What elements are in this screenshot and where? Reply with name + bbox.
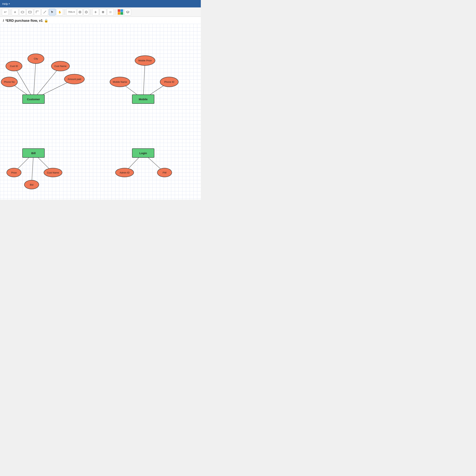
ellipse-tool-button[interactable] — [19, 9, 26, 16]
grid-hash-button[interactable] — [100, 9, 106, 16]
text-tool-button[interactable]: A — [12, 9, 18, 16]
attribute-bid[interactable]: Bid — [24, 180, 39, 189]
menu-bar: Help ▾ — [0, 0, 201, 7]
entity-mobile[interactable]: Mobile — [132, 94, 154, 104]
svg-rect-18 — [110, 12, 110, 12]
svg-line-25 — [34, 59, 36, 99]
toolbar-sep-4 — [115, 9, 116, 15]
toolbar-sep-2 — [65, 9, 65, 15]
connector-tool-button[interactable] — [34, 9, 41, 16]
attribute-city[interactable]: City — [28, 53, 44, 64]
grid-dots-button[interactable] — [107, 9, 114, 16]
svg-rect-15 — [110, 11, 110, 12]
line-tool-button[interactable] — [41, 9, 48, 16]
svg-rect-16 — [110, 11, 111, 12]
undo-button[interactable]: ↩ — [2, 9, 9, 16]
svg-line-30 — [143, 61, 145, 99]
help-menu[interactable]: Help — [2, 2, 8, 5]
pan-tool-button[interactable]: ✋ — [56, 9, 63, 16]
attribute-bill_cust_name[interactable]: Cust Name — [44, 168, 62, 177]
grid-plus-button[interactable] — [92, 9, 99, 16]
toolbar: ↩ A ✋ 75% ▾ — [0, 7, 201, 17]
attribute-cust_id[interactable]: Cust ID — [6, 61, 22, 71]
svg-rect-21 — [110, 13, 110, 13]
svg-marker-3 — [51, 11, 53, 13]
attribute-pw[interactable]: PW — [157, 168, 172, 177]
title-bar: / *ERD purchase flow, v1 🔒 — [0, 17, 201, 24]
svg-point-0 — [21, 11, 24, 13]
attribute-admin_id[interactable]: Admin ID — [115, 168, 134, 177]
attribute-cust_name[interactable]: Cust Name — [51, 61, 70, 71]
attribute-mobile_price[interactable]: Mobile Price — [135, 55, 155, 66]
svg-marker-24 — [126, 11, 129, 13]
svg-rect-19 — [110, 12, 111, 12]
layers-button[interactable] — [124, 9, 131, 16]
diagram-title: *ERD purchase flow, v1 — [5, 19, 43, 23]
attribute-phone_no[interactable]: Phone No — [1, 77, 18, 87]
entity-login[interactable]: Login — [132, 148, 154, 158]
svg-rect-17 — [111, 11, 111, 12]
select-tool-button[interactable] — [49, 9, 56, 16]
breadcrumb-slash: / — [3, 19, 4, 23]
rect-tool-button[interactable] — [27, 9, 33, 16]
zoom-level-label: 75% — [68, 11, 73, 13]
svg-line-2 — [44, 11, 46, 13]
canvas[interactable]: CustomerMobileBillLoginCityCust IDCust N… — [0, 24, 201, 200]
svg-rect-1 — [29, 11, 31, 13]
zoom-selector[interactable]: 75% ▾ — [66, 9, 76, 16]
attribute-amount_paid[interactable]: Amount paid — [64, 74, 85, 84]
attribute-phone_id[interactable]: Phone ID — [160, 77, 178, 87]
toolbar-sep-1 — [10, 9, 10, 15]
zoom-in-button[interactable] — [77, 9, 83, 16]
lock-icon[interactable]: 🔒 — [44, 18, 48, 23]
help-dropdown-arrow[interactable]: ▾ — [9, 3, 10, 5]
attribute-price[interactable]: Price — [6, 168, 21, 177]
svg-line-27 — [34, 66, 60, 99]
svg-rect-22 — [110, 13, 111, 13]
color-picker-button[interactable] — [117, 9, 124, 16]
zoom-out-button[interactable] — [84, 9, 89, 16]
entity-bill[interactable]: Bill — [22, 148, 45, 158]
entity-customer[interactable]: Customer — [22, 94, 45, 104]
attribute-mobile_name[interactable]: Mobile Name — [110, 77, 130, 87]
zoom-dropdown-arrow[interactable]: ▾ — [73, 11, 75, 13]
svg-rect-23 — [111, 13, 111, 13]
svg-rect-20 — [111, 12, 111, 12]
